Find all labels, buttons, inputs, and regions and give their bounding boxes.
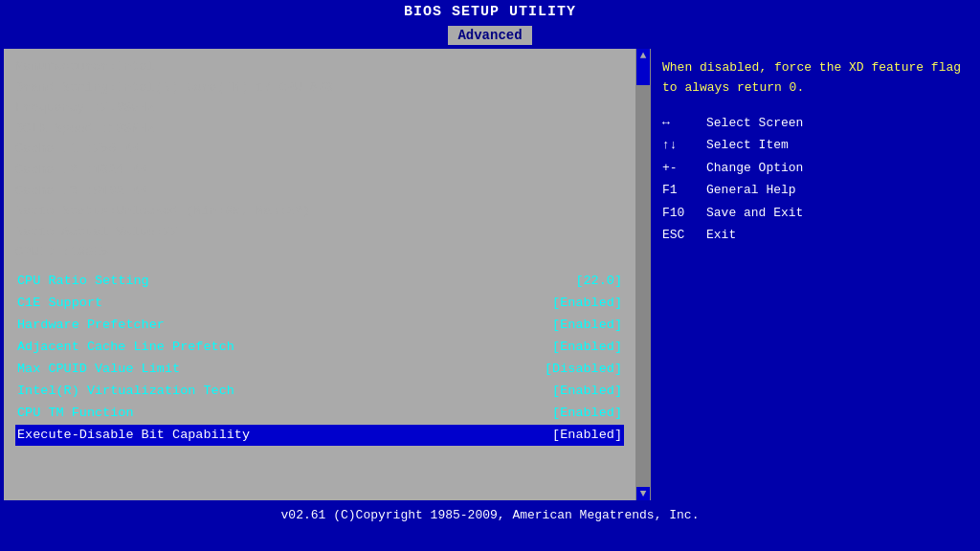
info-cache-l3: Cache L3 :8192 KB bbox=[15, 181, 624, 202]
setting-row[interactable]: C1E Support [Enabled] bbox=[15, 293, 624, 315]
setting-row[interactable]: CPU TM Function [Enabled] bbox=[15, 403, 624, 425]
scroll-down-arrow[interactable]: ▼ bbox=[636, 487, 650, 500]
settings-list: CPU Ratio Setting [22.0] C1E Support [En… bbox=[15, 271, 624, 447]
setting-value: [Enabled] bbox=[552, 403, 622, 425]
app-title: BIOS SETUP UTILITY bbox=[404, 4, 576, 20]
info-ratio-actual: Ratio Actual Value:22 bbox=[15, 222, 624, 243]
key-help-row: ↔ Select Screen bbox=[662, 114, 965, 133]
setting-name: C1E Support bbox=[17, 293, 343, 315]
main-area: Manufacturer:Intel Brand String:Intel(R)… bbox=[4, 49, 976, 500]
tab-bar: Advanced bbox=[0, 24, 980, 47]
info-frequency: Frequency :2.93GHz bbox=[15, 98, 624, 119]
info-manufacturer: Manufacturer:Intel bbox=[15, 56, 624, 77]
key-symbol: F10 bbox=[662, 204, 699, 223]
key-label: Select Item bbox=[706, 136, 789, 155]
setting-row[interactable]: Hardware Prefetcher [Enabled] bbox=[15, 315, 624, 337]
scroll-thumb[interactable] bbox=[636, 62, 650, 85]
setting-value: [Enabled] bbox=[552, 315, 622, 337]
setting-name: CPU TM Function bbox=[17, 403, 343, 425]
setting-name: Execute-Disable Bit Capability bbox=[17, 425, 343, 447]
setting-value: [22.0] bbox=[575, 271, 622, 293]
left-panel: Manufacturer:Intel Brand String:Intel(R)… bbox=[4, 49, 635, 500]
key-help-row: ESC Exit bbox=[662, 226, 965, 245]
scroll-track bbox=[636, 62, 650, 487]
key-label: Change Option bbox=[706, 159, 803, 178]
setting-value: [Enabled] bbox=[552, 337, 622, 359]
key-help-list: ↔ Select Screen ↑↓ Select Item +- Change… bbox=[662, 114, 965, 245]
key-label: Save and Exit bbox=[706, 204, 803, 223]
setting-name: Max CPUID Value Limit bbox=[17, 359, 343, 381]
info-ratio-status: Ratio Status:Unlocked (Min:09, Max:22) bbox=[15, 201, 624, 222]
key-help-row: F1 General Help bbox=[662, 181, 965, 200]
key-symbol: +- bbox=[662, 159, 699, 178]
right-panel: When disabled, force the XD feature flag… bbox=[651, 49, 976, 500]
setting-name: Intel(R) Virtualization Tech bbox=[17, 381, 343, 403]
key-symbol: ↑↓ bbox=[662, 136, 699, 155]
key-label: Select Screen bbox=[706, 114, 803, 133]
setting-name: Hardware Prefetcher bbox=[17, 315, 343, 337]
info-cpuid: CPUID :106E5 bbox=[15, 242, 624, 263]
setting-row[interactable]: CPU Ratio Setting [22.0] bbox=[15, 271, 624, 293]
key-label: Exit bbox=[706, 226, 736, 245]
setting-value: [Enabled] bbox=[552, 425, 622, 447]
key-help-row: +- Change Option bbox=[662, 159, 965, 178]
key-label: General Help bbox=[706, 181, 796, 200]
scrollbar: ▲ ▼ bbox=[635, 49, 651, 500]
key-help-row: ↑↓ Select Item bbox=[662, 136, 965, 155]
scroll-up-arrow[interactable]: ▲ bbox=[636, 49, 650, 62]
bottom-bar: v02.61 (C)Copyright 1985-2009, American … bbox=[0, 502, 980, 529]
key-help-row: F10 Save and Exit bbox=[662, 204, 965, 223]
setting-value: [Enabled] bbox=[552, 293, 622, 315]
footer-text: v02.61 (C)Copyright 1985-2009, American … bbox=[281, 508, 700, 522]
setting-row[interactable]: Max CPUID Value Limit [Disabled] bbox=[15, 359, 624, 381]
info-bclk: BCLK Speed :133MHz bbox=[15, 119, 624, 140]
setting-row[interactable]: Intel(R) Virtualization Tech [Enabled] bbox=[15, 381, 624, 403]
info-cache-l1: Cache L1 :256 KB bbox=[15, 139, 624, 160]
info-cache-l2: Cache L2 :1024 KB bbox=[15, 160, 624, 181]
key-symbol: ESC bbox=[662, 226, 699, 245]
setting-row[interactable]: Execute-Disable Bit Capability [Enabled] bbox=[15, 425, 624, 447]
info-brand: Brand String:Intel(R) Core(TM) i7 CPU 87… bbox=[15, 77, 624, 99]
setting-value: [Enabled] bbox=[552, 381, 622, 403]
tab-advanced[interactable]: Advanced bbox=[448, 26, 531, 45]
help-text: When disabled, force the XD feature flag… bbox=[662, 58, 965, 99]
setting-name: CPU Ratio Setting bbox=[17, 271, 343, 293]
setting-row[interactable]: Adjacent Cache Line Prefetch [Enabled] bbox=[15, 337, 624, 359]
setting-value: [Disabled] bbox=[545, 359, 622, 381]
key-symbol: F1 bbox=[662, 181, 699, 200]
title-bar: BIOS SETUP UTILITY bbox=[0, 0, 980, 24]
key-symbol: ↔ bbox=[662, 114, 699, 133]
setting-name: Adjacent Cache Line Prefetch bbox=[17, 337, 343, 359]
